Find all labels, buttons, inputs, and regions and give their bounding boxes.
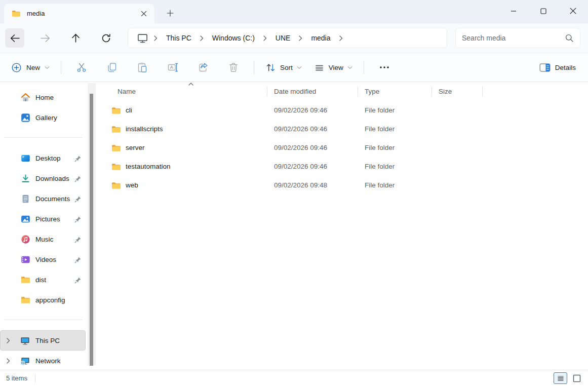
minimize-button[interactable] (498, 0, 528, 22)
breadcrumb-item-une[interactable]: UNE (271, 31, 295, 45)
refresh-icon (101, 33, 111, 43)
expand-chevron-icon[interactable] (7, 358, 16, 364)
forward-button[interactable] (35, 28, 55, 48)
window-controls (498, 0, 588, 22)
share-button[interactable] (192, 58, 214, 77)
sidebar-item-dist[interactable]: dist (0, 269, 86, 290)
file-list-header: Name Date modified Type Size (96, 82, 588, 101)
toolbar-divider (254, 61, 254, 74)
pin-icon (74, 277, 82, 284)
delete-button[interactable] (222, 58, 245, 77)
search-input[interactable] (462, 34, 565, 42)
expand-chevron-icon[interactable] (7, 338, 16, 343)
breadcrumb-chevron[interactable] (296, 35, 305, 41)
view-toggles (554, 372, 582, 384)
home-icon (21, 93, 30, 102)
refresh-button[interactable] (96, 28, 115, 48)
file-row-web[interactable]: web 09/02/2026 09:48 File folder (96, 176, 588, 195)
file-type: File folder (358, 181, 432, 189)
sidebar-item-label: Gallery (35, 114, 57, 122)
maximize-icon (540, 8, 546, 14)
tab-media[interactable]: media (4, 4, 154, 23)
sidebar-scrollbar-thumb[interactable] (90, 94, 93, 366)
sidebar-item-network[interactable]: Network (0, 351, 86, 371)
navigation-bar: This PC Windows (C:) UNE media (0, 23, 588, 53)
minimize-icon (511, 8, 517, 14)
breadcrumb-chevron[interactable] (336, 35, 346, 41)
cut-button[interactable] (70, 58, 93, 77)
column-header-name[interactable]: Name (106, 82, 267, 101)
column-header-date-modified[interactable]: Date modified (267, 82, 358, 101)
sidebar-item-pictures[interactable]: Pictures (0, 209, 86, 229)
status-bar: 5 items (0, 370, 588, 386)
sidebar-item-label: Home (35, 94, 54, 101)
file-date-modified: 09/02/2026 09:46 (267, 144, 358, 151)
breadcrumb-item-windows-c[interactable]: Windows (C:) (208, 31, 259, 45)
sort-button[interactable]: Sort (259, 58, 308, 77)
more-options-button[interactable] (373, 58, 396, 77)
breadcrumb-item-this-pc[interactable]: This PC (162, 31, 196, 45)
file-name: cli (126, 106, 132, 114)
copy-button[interactable] (101, 58, 123, 77)
view-button-label: View (329, 64, 343, 71)
sidebar-item-desktop[interactable]: Desktop (0, 148, 86, 168)
gallery-icon (21, 113, 30, 123)
search-icon[interactable] (565, 33, 574, 43)
sidebar-scrollbar-track[interactable] (88, 83, 96, 365)
tab-close-icon[interactable] (137, 7, 150, 20)
more-icon (379, 66, 389, 69)
sidebar-item-videos[interactable]: Videos (0, 249, 86, 269)
file-row-server[interactable]: server 09/02/2026 09:46 File folder (96, 138, 588, 157)
sidebar-item-downloads[interactable]: Downloads (0, 168, 86, 188)
file-row-testautomation[interactable]: testautomation 09/02/2026 09:46 File fol… (96, 157, 588, 176)
pin-icon (74, 196, 82, 203)
sidebar-item-this-pc[interactable]: This PC (0, 330, 86, 351)
file-type: File folder (358, 106, 432, 114)
paste-button[interactable] (131, 58, 153, 77)
sidebar-item-documents[interactable]: Documents (0, 188, 86, 209)
close-button[interactable] (558, 0, 588, 22)
up-arrow-icon (71, 33, 80, 43)
breadcrumb-item-media[interactable]: media (306, 31, 335, 45)
pin-icon (74, 155, 82, 162)
up-button[interactable] (66, 28, 85, 48)
this-pc-icon (20, 336, 30, 345)
plus-circle-icon (11, 62, 22, 73)
sidebar-divider (4, 320, 82, 320)
search-box (455, 28, 580, 48)
folder-icon (12, 10, 21, 17)
new-tab-button[interactable] (163, 6, 178, 21)
back-button[interactable] (5, 28, 24, 48)
plus-icon (167, 10, 174, 17)
details-pane-button[interactable]: Details (534, 58, 581, 77)
column-header-size[interactable]: Size (432, 82, 483, 101)
status-divider (35, 374, 35, 382)
new-button-label: New (26, 64, 40, 71)
copy-icon (106, 62, 117, 73)
sidebar-item-appconfig[interactable]: appconfig (0, 290, 86, 310)
view-button[interactable]: View (308, 58, 359, 77)
breadcrumb-chevron[interactable] (197, 35, 207, 41)
file-type: File folder (358, 163, 432, 170)
file-date-modified: 09/02/2026 09:46 (267, 106, 358, 114)
column-header-type[interactable]: Type (358, 82, 432, 101)
sidebar-item-home[interactable]: Home (0, 87, 86, 107)
network-icon (20, 356, 30, 366)
sidebar-item-music[interactable]: Music (0, 229, 86, 249)
breadcrumb-chevron[interactable] (151, 35, 161, 41)
content-area: Home Gallery Desktop Downloads (0, 82, 588, 370)
details-view-toggle[interactable] (554, 372, 567, 384)
details-pane-icon (539, 62, 551, 73)
sidebar-item-gallery[interactable]: Gallery (0, 107, 86, 128)
share-icon (198, 62, 209, 73)
thumbnails-view-toggle[interactable] (572, 373, 582, 383)
breadcrumb: This PC Windows (C:) UNE media (128, 28, 447, 48)
rename-button[interactable] (162, 58, 184, 77)
maximize-button[interactable] (528, 0, 558, 22)
file-row-installscripts[interactable]: installscripts 09/02/2026 09:46 File fol… (96, 120, 588, 138)
items-count: 5 items (6, 374, 27, 382)
new-button[interactable]: New (8, 58, 56, 77)
this-pc-monitor-icon[interactable] (133, 33, 150, 43)
breadcrumb-chevron[interactable] (260, 35, 270, 41)
file-row-cli[interactable]: cli 09/02/2026 09:46 File folder (96, 101, 588, 120)
